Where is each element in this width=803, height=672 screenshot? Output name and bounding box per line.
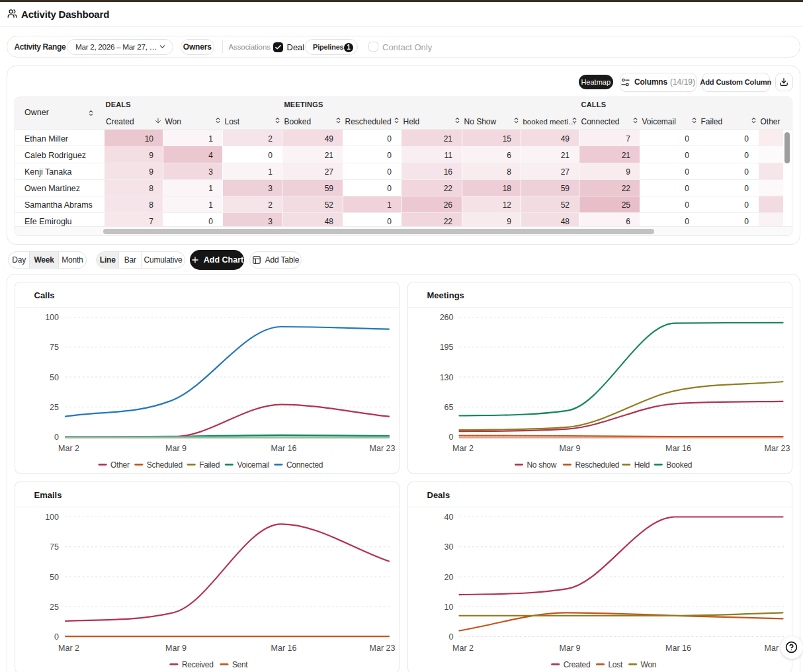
svg-text:65: 65 xyxy=(444,402,454,411)
svg-text:Received: Received xyxy=(182,660,214,669)
svg-text:Mar 16: Mar 16 xyxy=(271,444,297,453)
svg-text:Connected: Connected xyxy=(286,460,323,470)
svg-text:No show: No show xyxy=(527,460,557,470)
svg-text:Mar 23: Mar 23 xyxy=(765,444,790,453)
svg-text:Won: Won xyxy=(641,660,657,669)
svg-text:75: 75 xyxy=(50,343,59,352)
svg-text:Held: Held xyxy=(634,460,650,470)
svg-text:Failed: Failed xyxy=(199,460,220,470)
svg-text:Rescheduled: Rescheduled xyxy=(575,460,619,470)
svg-text:Mar 2: Mar 2 xyxy=(58,444,79,453)
svg-text:Mar 16: Mar 16 xyxy=(271,644,297,653)
svg-text:Mar 2: Mar 2 xyxy=(58,644,79,653)
svg-text:75: 75 xyxy=(50,542,59,552)
svg-text:30: 30 xyxy=(444,542,454,552)
svg-text:50: 50 xyxy=(50,372,59,382)
svg-text:Scheduled: Scheduled xyxy=(147,460,183,470)
svg-text:Mar 2: Mar 2 xyxy=(452,444,474,453)
svg-text:100: 100 xyxy=(45,313,59,322)
svg-text:Mar 23: Mar 23 xyxy=(370,444,396,453)
svg-text:Created: Created xyxy=(564,660,591,669)
svg-text:260: 260 xyxy=(440,313,454,322)
svg-text:50: 50 xyxy=(50,572,59,581)
svg-text:Voicemail: Voicemail xyxy=(237,460,269,470)
svg-text:Mar 9: Mar 9 xyxy=(560,444,581,453)
svg-text:0: 0 xyxy=(54,433,59,442)
svg-text:Mar 9: Mar 9 xyxy=(165,644,187,653)
svg-text:20: 20 xyxy=(444,572,454,581)
svg-text:Mar 16: Mar 16 xyxy=(665,644,691,653)
svg-text:Mar 2: Mar 2 xyxy=(452,644,474,653)
svg-text:40: 40 xyxy=(444,513,454,522)
svg-text:Mar 23: Mar 23 xyxy=(370,644,396,653)
svg-text:0: 0 xyxy=(54,632,59,642)
svg-text:100: 100 xyxy=(45,513,59,522)
svg-text:Lost: Lost xyxy=(609,660,623,669)
svg-text:0: 0 xyxy=(449,632,454,642)
svg-text:130: 130 xyxy=(440,372,454,382)
svg-text:25: 25 xyxy=(50,402,59,411)
svg-text:Sent: Sent xyxy=(232,660,248,669)
svg-text:Booked: Booked xyxy=(666,460,692,470)
svg-text:Other: Other xyxy=(110,460,130,470)
svg-text:195: 195 xyxy=(440,343,454,352)
svg-text:Mar 9: Mar 9 xyxy=(560,644,581,653)
svg-text:10: 10 xyxy=(444,602,454,611)
svg-text:0: 0 xyxy=(449,433,454,442)
svg-text:Mar 16: Mar 16 xyxy=(665,444,691,453)
svg-text:25: 25 xyxy=(50,602,59,611)
svg-text:Mar 9: Mar 9 xyxy=(165,444,187,453)
